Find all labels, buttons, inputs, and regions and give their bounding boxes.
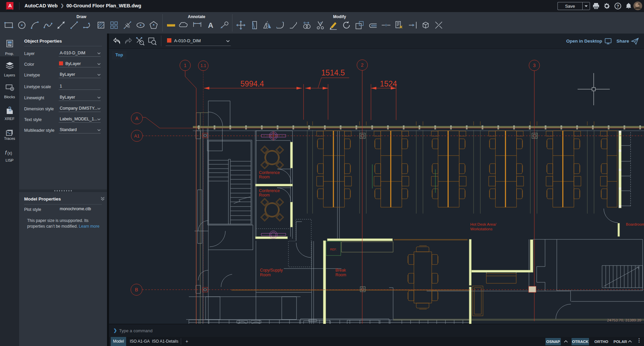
svg-text:Break: Break <box>335 268 346 273</box>
svg-text:n: n <box>128 25 130 28</box>
svg-text:(x): (x) <box>7 151 12 156</box>
svg-text:Room: Room <box>259 193 270 197</box>
svg-text:Room: Room <box>260 273 271 277</box>
svg-text:Room: Room <box>259 175 270 179</box>
svg-text:B: B <box>135 287 138 292</box>
svg-text:f: f <box>5 150 7 156</box>
svg-text:?: ? <box>616 4 619 9</box>
svg-text:Conference: Conference <box>259 170 280 175</box>
svg-text:REF.: REF. <box>330 248 337 251</box>
svg-text:A: A <box>208 21 213 30</box>
svg-text:5994.4: 5994.4 <box>240 79 264 88</box>
svg-text:Conference: Conference <box>259 188 280 193</box>
svg-text:A: A <box>8 3 12 8</box>
svg-text:Copy/Supply: Copy/Supply <box>260 268 283 273</box>
svg-text:A1: A1 <box>134 133 140 138</box>
svg-text:Hot Desk Area/: Hot Desk Area/ <box>470 222 496 226</box>
svg-text:1514.5: 1514.5 <box>321 68 345 77</box>
svg-text:1.1: 1.1 <box>201 63 206 68</box>
svg-text:3: 3 <box>533 63 536 68</box>
svg-text:24753.70, 31389.39: 24753.70, 31389.39 <box>607 318 641 322</box>
svg-text:Workstations: Workstations <box>470 227 493 231</box>
svg-text:1: 1 <box>184 63 186 68</box>
svg-text:Boardroom: Boardroom <box>626 222 644 226</box>
svg-text:1524: 1524 <box>380 79 397 88</box>
svg-text:2: 2 <box>361 62 364 68</box>
svg-text:A: A <box>135 116 139 121</box>
svg-text:Room: Room <box>335 273 346 277</box>
